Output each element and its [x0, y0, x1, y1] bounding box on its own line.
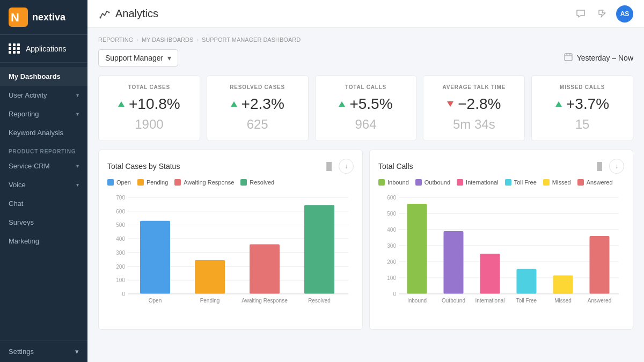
legend-color-answered — [577, 179, 584, 186]
svg-text:Toll Free: Toll Free — [516, 298, 537, 304]
dropdown-arrow-icon: ▾ — [167, 54, 171, 62]
legend-toll-free: Toll Free — [505, 179, 537, 186]
sidebar-item-voice[interactable]: Voice ▾ — [0, 175, 87, 194]
dashboard-select-label: Support Manager — [105, 54, 163, 62]
chart-legend-cases: Open Pending Awaiting Response Resolved — [107, 179, 354, 186]
content-area: REPORTING › MY DASHBOARDS › SUPPORT MANA… — [87, 28, 644, 362]
nextiva-logo-icon: N — [9, 8, 28, 27]
svg-rect-4 — [565, 54, 572, 61]
sidebar-item-chat[interactable]: Chat — [0, 194, 87, 213]
metric-change: −2.8% — [458, 95, 501, 113]
svg-rect-51 — [480, 254, 500, 294]
chat-icon-button[interactable] — [573, 6, 588, 21]
svg-text:Pending: Pending — [200, 298, 220, 304]
metric-card-total-calls: TOTAL CALLS +5.5% 964 — [315, 75, 417, 141]
metric-label: TOTAL CALLS — [324, 84, 408, 90]
metric-absolute-value: 964 — [324, 117, 408, 132]
svg-point-2 — [100, 17, 101, 18]
legend-color-toll-free — [505, 179, 511, 186]
legend-color-resolved — [240, 179, 247, 186]
apps-grid-icon — [9, 43, 20, 54]
bar-chart-cases: 7006005004003002001000OpenPendingAwaitin… — [107, 192, 354, 321]
svg-text:Answered: Answered — [588, 298, 611, 304]
trend-down-icon — [447, 101, 453, 107]
legend-answered: Answered — [577, 179, 613, 186]
chart-card-cases: Total Cases by Status ▐▌ ↓ Open Pending — [98, 150, 363, 330]
metric-cards-container: TOTAL CASES +10.8% 1900 RESOLVED CASES +… — [98, 75, 633, 141]
svg-text:200: 200 — [387, 259, 396, 265]
svg-text:International: International — [475, 298, 504, 304]
bar-chart-icon: ▐▌ — [594, 162, 605, 171]
svg-text:200: 200 — [116, 264, 125, 270]
metric-card-missed-calls: MISSED CALLS +3.7% 15 — [531, 75, 633, 141]
svg-text:600: 600 — [116, 209, 125, 215]
metric-card-avg-talk-time: AVERAGE TALK TIME −2.8% 5m 34s — [423, 75, 525, 141]
svg-text:Awaiting Response: Awaiting Response — [241, 298, 288, 304]
trend-up-icon — [231, 101, 237, 107]
sidebar-item-service-crm[interactable]: Service CRM ▾ — [0, 157, 87, 175]
main-content: Analytics AS REPORTING › MY DASHBOARDS ›… — [87, 0, 644, 362]
svg-text:500: 500 — [116, 222, 125, 228]
metric-card-resolved-cases: RESOLVED CASES +2.3% 625 — [207, 75, 309, 141]
sidebar-item-user-activity[interactable]: User Activity ▾ — [0, 86, 87, 105]
chevron-down-icon: ▾ — [75, 348, 79, 356]
sidebar-item-surveys[interactable]: Surveys — [0, 213, 87, 232]
bar-chart-calls: 6005004003002001000InboundOutboundIntern… — [378, 192, 624, 321]
chevron-down-icon: ▾ — [76, 92, 79, 98]
sidebar-item-reporting[interactable]: Reporting ▾ — [0, 105, 87, 123]
svg-text:Resolved: Resolved — [308, 298, 331, 304]
svg-text:100: 100 — [387, 275, 396, 281]
logo: N nextiva — [0, 0, 87, 35]
metric-change: +3.7% — [566, 95, 609, 113]
metric-change: +10.8% — [129, 95, 180, 113]
svg-rect-47 — [407, 204, 427, 294]
dashboard-header: Support Manager ▾ Yesterday – Now — [98, 49, 633, 67]
svg-text:300: 300 — [387, 243, 396, 249]
dashboard-select[interactable]: Support Manager ▾ — [98, 49, 178, 67]
sidebar: N nextiva Applications My Dashboards Use… — [0, 0, 87, 362]
svg-rect-30 — [304, 205, 334, 294]
flag-icon-button[interactable] — [595, 6, 610, 21]
date-range-label: Yesterday – Now — [577, 54, 633, 62]
sidebar-item-my-dashboards[interactable]: My Dashboards — [0, 67, 87, 86]
svg-rect-49 — [444, 231, 464, 294]
date-range-selector[interactable]: Yesterday – Now — [564, 53, 633, 63]
legend-color-inbound — [378, 179, 385, 186]
svg-point-3 — [108, 11, 110, 13]
metric-label: RESOLVED CASES — [216, 84, 299, 90]
svg-rect-55 — [553, 276, 573, 294]
settings-nav[interactable]: Settings ▾ — [0, 341, 87, 362]
svg-rect-28 — [250, 244, 280, 294]
metric-label: MISSED CALLS — [540, 84, 624, 90]
charts-row: Total Cases by Status ▐▌ ↓ Open Pending — [98, 150, 633, 330]
bar-chart-icon: ▐▌ — [324, 162, 334, 171]
product-reporting-section-label: PRODUCT REPORTING — [0, 142, 87, 157]
legend-awaiting: Awaiting Response — [174, 179, 234, 186]
svg-text:Outbound: Outbound — [442, 298, 465, 304]
svg-rect-53 — [517, 269, 537, 294]
legend-resolved: Resolved — [240, 179, 274, 186]
metric-absolute-value: 15 — [540, 117, 624, 132]
calendar-icon — [564, 53, 573, 63]
applications-nav[interactable]: Applications — [0, 35, 87, 63]
breadcrumb: REPORTING › MY DASHBOARDS › SUPPORT MANA… — [98, 36, 633, 43]
svg-text:Inbound: Inbound — [407, 298, 427, 304]
chevron-down-icon: ▾ — [76, 163, 79, 169]
download-button-cases[interactable]: ↓ — [339, 159, 354, 174]
sidebar-item-keyword-analysis[interactable]: Keyword Analysis — [0, 123, 87, 142]
svg-text:300: 300 — [116, 250, 125, 256]
legend-international: International — [457, 179, 499, 186]
sidebar-item-marketing[interactable]: Marketing — [0, 232, 87, 250]
legend-color-outbound — [415, 179, 422, 186]
breadcrumb-reporting[interactable]: REPORTING — [98, 36, 133, 43]
metric-absolute-value: 5m 34s — [432, 117, 516, 132]
chart-card-calls: Total Calls ▐▌ ↓ Inbound Outbound — [369, 150, 633, 330]
breadcrumb-support-manager[interactable]: SUPPORT MANAGER DASHBOARD — [202, 36, 301, 43]
breadcrumb-my-dashboards[interactable]: MY DASHBOARDS — [142, 36, 193, 43]
user-avatar[interactable]: AS — [616, 5, 633, 23]
legend-open: Open — [107, 179, 131, 186]
metric-absolute-value: 1900 — [107, 117, 191, 132]
legend-color-pending — [137, 179, 144, 186]
metric-absolute-value: 625 — [216, 117, 299, 132]
download-button-calls[interactable]: ↓ — [609, 159, 624, 174]
